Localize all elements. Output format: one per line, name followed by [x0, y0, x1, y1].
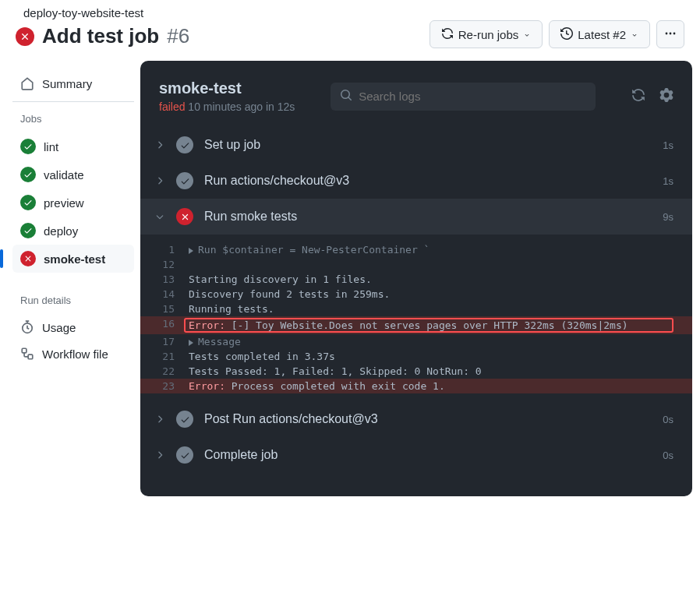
log-search[interactable] [331, 83, 596, 111]
gear-icon[interactable] [659, 88, 673, 105]
check-circle-icon [20, 139, 36, 154]
check-circle-icon [20, 167, 36, 182]
sidebar-job-smoke-test[interactable]: smoke-test [12, 245, 134, 273]
svg-rect-5 [28, 354, 33, 359]
step-row[interactable]: Set up job1s [140, 127, 692, 163]
sidebar-details-heading: Run details [12, 291, 134, 314]
svg-point-2 [673, 32, 676, 34]
more-actions-button[interactable] [656, 20, 684, 48]
latest-run-button[interactable]: Latest #2 [549, 20, 650, 48]
log-panel: smoke-test failed 10 minutes ago in 12s … [140, 61, 692, 496]
log-line: 13Starting discovery in 1 files. [140, 272, 692, 287]
sidebar-job-label: validate [44, 168, 84, 182]
log-lines: 1Run $container = New-PesterContainer `1… [140, 235, 692, 401]
sidebar-job-label: smoke-test [44, 252, 105, 266]
check-circle-icon [176, 446, 193, 464]
chevron-right-icon [154, 414, 165, 425]
sidebar-job-validate[interactable]: validate [12, 160, 134, 189]
step-label: Set up job [204, 138, 652, 152]
history-icon [560, 27, 573, 42]
x-circle-icon [20, 251, 36, 266]
chevron-right-icon [154, 175, 165, 186]
caret-down-icon [523, 28, 531, 41]
refresh-icon[interactable] [631, 88, 645, 105]
sidebar: Summary Jobs lintvalidatepreviewdeploysm… [0, 61, 140, 504]
sidebar-jobs-heading: Jobs [12, 110, 134, 132]
step-duration: 1s [663, 175, 673, 187]
step-row[interactable]: Run actions/checkout@v31s [140, 163, 692, 199]
sidebar-usage[interactable]: Usage [12, 314, 134, 340]
page-header: deploy-toy-website-test Add test job #6 … [0, 0, 700, 61]
log-line: 14Discovery found 2 tests in 259ms. [140, 287, 692, 302]
sidebar-summary[interactable]: Summary [12, 70, 134, 97]
sidebar-job-preview[interactable]: preview [12, 189, 134, 217]
step-duration: 1s [663, 139, 673, 151]
sidebar-job-deploy[interactable]: deploy [12, 217, 134, 245]
log-search-input[interactable] [359, 90, 586, 103]
log-subtitle: failed 10 minutes ago in 12s [159, 101, 295, 113]
chevron-right-icon [154, 139, 165, 150]
step-row[interactable]: Complete job0s [140, 437, 692, 473]
page-title-number: #6 [167, 24, 189, 48]
rerun-jobs-button[interactable]: Re-run jobs [430, 20, 543, 48]
step-duration: 9s [663, 211, 673, 223]
log-line: 12 [140, 257, 692, 272]
log-line: 21Tests completed in 3.37s [140, 349, 692, 364]
workflow-icon [20, 347, 34, 361]
step-label: Complete job [204, 448, 652, 462]
step-row[interactable]: Run smoke tests9s [140, 199, 692, 235]
check-circle-icon [176, 172, 193, 189]
log-line: 23Error: Process completed with exit cod… [140, 379, 692, 393]
svg-point-1 [670, 32, 672, 34]
page-title-row: Add test job #6 [16, 24, 189, 48]
log-line: 15Running tests. [140, 302, 692, 316]
step-label: Run smoke tests [204, 210, 652, 224]
step-duration: 0s [663, 450, 673, 461]
home-icon [20, 76, 34, 90]
check-circle-icon [20, 195, 36, 210]
page-title: Add test job [42, 24, 159, 48]
step-duration: 0s [663, 414, 673, 425]
kebab-icon [664, 27, 677, 42]
log-title: smoke-test [159, 79, 295, 97]
search-icon [340, 89, 352, 104]
chevron-right-icon [154, 450, 165, 460]
chevron-down-icon [154, 211, 165, 222]
log-line: 1Run $container = New-PesterContainer ` [140, 242, 692, 257]
check-circle-icon [176, 411, 193, 428]
sidebar-job-label: preview [44, 196, 84, 210]
step-label: Post Run actions/checkout@v3 [204, 412, 652, 426]
log-line: 17Message [140, 334, 692, 349]
x-circle-icon [16, 27, 34, 46]
caret-right-icon [189, 340, 193, 346]
caret-right-icon [189, 248, 193, 254]
stopwatch-icon [20, 320, 34, 334]
x-circle-icon [176, 208, 193, 225]
breadcrumb-parent: deploy-toy-website-test [23, 6, 143, 19]
caret-down-icon [631, 28, 638, 41]
sidebar-job-label: deploy [44, 224, 78, 238]
sync-icon [441, 27, 454, 42]
check-circle-icon [176, 136, 193, 153]
log-line: 16Error: [-] Toy Website.Does not serves… [140, 316, 692, 334]
svg-rect-4 [22, 348, 27, 353]
divider [12, 101, 134, 102]
step-label: Run actions/checkout@v3 [204, 174, 652, 188]
sidebar-job-lint[interactable]: lint [12, 132, 134, 160]
header-actions: Re-run jobs Latest #2 [430, 20, 684, 48]
svg-point-0 [666, 32, 668, 34]
sidebar-job-label: lint [44, 140, 58, 153]
sidebar-workflow-file[interactable]: Workflow file [12, 340, 134, 367]
breadcrumb[interactable]: deploy-toy-website-test [16, 6, 189, 19]
check-circle-icon [20, 223, 36, 238]
log-line: 22Tests Passed: 1, Failed: 1, Skipped: 0… [140, 364, 692, 379]
step-row[interactable]: Post Run actions/checkout@v30s [140, 401, 692, 437]
